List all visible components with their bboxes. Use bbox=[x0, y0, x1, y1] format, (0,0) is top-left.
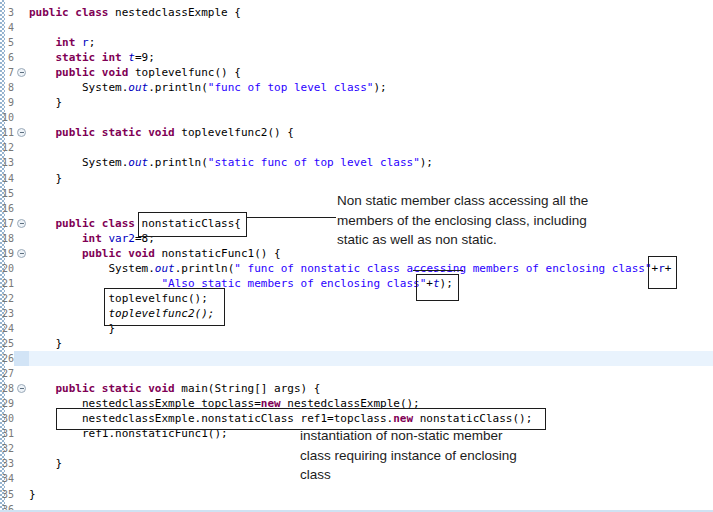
line-number: 14 bbox=[0, 171, 14, 186]
fold-gutter bbox=[14, 201, 29, 216]
line-number: 35 bbox=[0, 487, 14, 502]
line-number: 12 bbox=[0, 140, 14, 155]
code-text[interactable]: public void toplevelfunc() { bbox=[29, 65, 713, 80]
line-number: 32 bbox=[0, 441, 14, 456]
code-text[interactable]: } bbox=[29, 171, 713, 186]
fold-collapse-icon[interactable] bbox=[14, 246, 29, 261]
code-token: nonstaticFunc1() { bbox=[155, 247, 281, 260]
line-number: 3 bbox=[0, 5, 14, 20]
code-token: var2 bbox=[108, 232, 135, 245]
code-text[interactable]: System.out.println("static func of top l… bbox=[29, 155, 713, 170]
code-token: ; bbox=[89, 36, 96, 49]
code-token bbox=[29, 307, 108, 320]
line-number: 5 bbox=[0, 35, 14, 50]
line-number: 15 bbox=[0, 186, 14, 201]
fold-gutter bbox=[14, 35, 29, 50]
code-text[interactable] bbox=[29, 366, 713, 381]
code-line: 6 static int t=9; bbox=[0, 50, 713, 65]
code-token bbox=[29, 66, 56, 79]
note-line: Non static member class accessing all th… bbox=[337, 191, 588, 211]
line-number: 11 bbox=[0, 125, 14, 140]
fold-gutter bbox=[14, 471, 29, 486]
code-text[interactable]: public class nestedclassExmple { bbox=[29, 5, 713, 20]
line-number: 34 bbox=[0, 471, 14, 486]
code-line: 28 public static void main(String[] args… bbox=[0, 381, 713, 396]
fold-gutter bbox=[14, 5, 29, 20]
fold-gutter bbox=[14, 186, 29, 201]
code-token: nestedclassExmple { bbox=[108, 6, 240, 19]
code-token: } bbox=[29, 96, 62, 109]
fold-collapse-icon[interactable] bbox=[14, 216, 29, 231]
fold-collapse-icon[interactable] bbox=[14, 125, 29, 140]
code-text[interactable]: static int t=9; bbox=[29, 50, 713, 65]
code-text[interactable] bbox=[29, 140, 713, 155]
line-number: 16 bbox=[0, 201, 14, 216]
code-text[interactable]: } bbox=[29, 95, 713, 110]
line-number: 10 bbox=[0, 110, 14, 125]
code-line: 9 } bbox=[0, 95, 713, 110]
code-token bbox=[29, 232, 82, 245]
code-token: } bbox=[29, 172, 62, 185]
code-token: public void bbox=[82, 247, 155, 260]
fold-gutter bbox=[14, 171, 29, 186]
note-line: class requiring instance of enclosing bbox=[300, 446, 517, 466]
fold-gutter bbox=[14, 411, 29, 426]
annotation-leader-line bbox=[246, 217, 336, 218]
code-text[interactable]: System.out.println("func of top level cl… bbox=[29, 80, 713, 95]
fold-gutter bbox=[14, 336, 29, 351]
code-text[interactable] bbox=[29, 20, 713, 35]
fold-gutter bbox=[14, 456, 29, 471]
line-number: 33 bbox=[0, 456, 14, 471]
fold-gutter bbox=[14, 396, 29, 411]
fold-gutter bbox=[14, 487, 29, 502]
code-token: int bbox=[56, 36, 76, 49]
code-text[interactable]: public static void toplevelfunc2() { bbox=[29, 125, 713, 140]
code-line: 4 bbox=[0, 20, 713, 35]
code-token: static int bbox=[56, 51, 122, 64]
code-token bbox=[75, 36, 82, 49]
code-text[interactable]: System.out.println(" func of nonstatic c… bbox=[29, 261, 713, 276]
line-number: 25 bbox=[0, 336, 14, 351]
code-token: out bbox=[128, 156, 148, 169]
fold-gutter bbox=[14, 50, 29, 65]
note-line: instantiation of non-static member bbox=[300, 426, 517, 446]
line-number: 6 bbox=[0, 50, 14, 65]
annotation-underline-accessing bbox=[413, 270, 463, 271]
line-number: 27 bbox=[0, 366, 14, 381]
code-token: } bbox=[29, 488, 36, 501]
line-number: 7 bbox=[0, 65, 14, 80]
code-line: 7 public void toplevelfunc() { bbox=[0, 65, 713, 80]
code-text[interactable] bbox=[29, 351, 713, 366]
fold-gutter bbox=[14, 155, 29, 170]
fold-gutter bbox=[14, 291, 29, 306]
code-line: 10 bbox=[0, 110, 713, 125]
code-token: int bbox=[82, 232, 102, 245]
code-token: r bbox=[82, 36, 89, 49]
fold-collapse-icon[interactable] bbox=[14, 381, 29, 396]
code-line: 14 } bbox=[0, 171, 713, 186]
code-token: toplevelfunc2() { bbox=[175, 126, 294, 139]
annotation-note-instantiation: instantiation of non-static member class… bbox=[300, 426, 517, 485]
code-text[interactable] bbox=[29, 110, 713, 125]
code-token: public class bbox=[56, 217, 135, 230]
code-line: 20 System.out.println(" func of nonstati… bbox=[0, 261, 713, 276]
code-line: 5 int r; bbox=[0, 35, 713, 50]
code-token: out bbox=[128, 81, 148, 94]
line-number: 24 bbox=[0, 321, 14, 336]
code-token: public class bbox=[29, 6, 108, 19]
code-text[interactable]: } bbox=[29, 336, 713, 351]
code-token: main(String[] args) { bbox=[175, 382, 321, 395]
code-text[interactable]: } bbox=[29, 487, 713, 502]
line-number: 31 bbox=[0, 426, 14, 441]
line-number: 18 bbox=[0, 231, 14, 246]
code-text[interactable]: public static void main(String[] args) { bbox=[29, 381, 713, 396]
line-number: 9 bbox=[0, 95, 14, 110]
code-line: 3public class nestedclassExmple { bbox=[0, 5, 713, 20]
code-text[interactable]: int r; bbox=[29, 35, 713, 50]
fold-collapse-icon[interactable] bbox=[14, 65, 29, 80]
code-token: .println( bbox=[175, 262, 235, 275]
code-token bbox=[29, 382, 56, 395]
fold-gutter bbox=[14, 426, 29, 441]
fold-gutter bbox=[14, 231, 29, 246]
code-token: .println( bbox=[148, 156, 208, 169]
